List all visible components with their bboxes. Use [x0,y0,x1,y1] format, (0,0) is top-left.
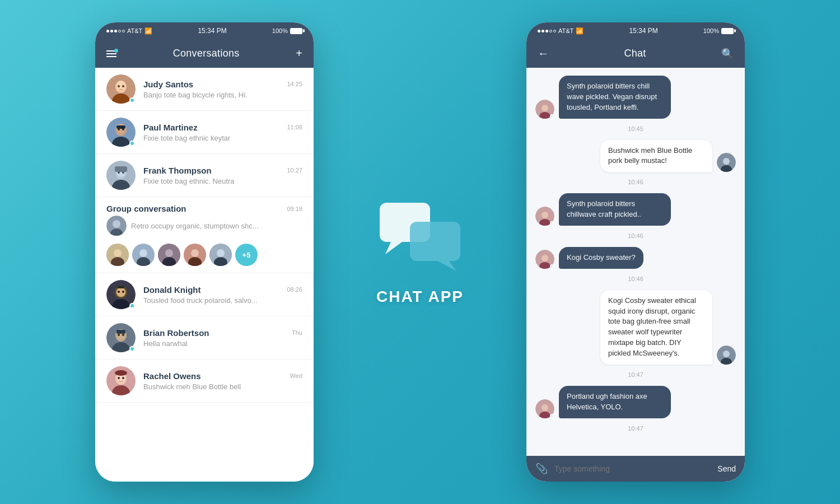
conv-top-rachel: Rachel Owens Wed [143,371,302,381]
avatar-wrap-frank [106,161,136,190]
attach-icon[interactable]: 📎 [535,463,548,475]
conv-preview-frank: Fixie tote bag ethnic. Neutra [143,177,302,185]
conv-item-brian[interactable]: Brian Robertson Thu Hella narwhal [95,316,314,360]
page-wrapper: AT&T 📶 15:34 PM 100% Conversations + [0,0,840,504]
dot1 [106,30,109,32]
conv-body-donald: Donald Knight 08:26 Tousled food truck p… [143,285,302,305]
msg-bubble-2: Synth polaroid bitters chillwave craft p… [559,193,671,226]
msg-avatar-5 [535,399,554,418]
status-bar-left: AT&T 📶 15:34 PM 100% [95,22,314,39]
search-button[interactable]: 🔍 [721,48,734,60]
group-avatar-3 [158,244,180,266]
msg-time-1: 10:46 [535,179,736,185]
avatar-wrap-brian [106,323,136,352]
svg-point-30 [165,249,173,257]
chat-messages: Synth polaroid bitters chill wave pickle… [526,68,745,456]
msg-row-4: Kogi Cosby sweater ethical squid irony d… [535,290,736,365]
svg-point-43 [122,291,124,293]
status-left-right: AT&T 📶 [538,27,584,35]
chat-input-bar: 📎 Send [526,456,745,482]
battery-icon-left [290,28,302,34]
conversations-phone: AT&T 📶 15:34 PM 100% Conversations + [95,22,314,482]
avatar-rachel [106,366,136,395]
svg-point-72 [542,255,548,262]
msg-avatar-2 [535,207,554,226]
conv-item-frank[interactable]: Frank Thompson 10:27 Fixie tote bag ethn… [95,154,314,197]
msg-avatar-0 [535,100,554,119]
group-avatar-1 [106,244,129,266]
battery-icon-right [721,28,734,34]
conversation-list: Judy Santos 14:25 Banjo tote bag bicycle… [95,68,314,482]
svg-point-21 [113,220,120,228]
conv-item-rachel[interactable]: Rachel Owens Wed Bushwick meh Blue Bottl… [95,360,314,403]
signal-dots-right [538,30,556,32]
conv-body-rachel: Rachel Owens Wed Bushwick meh Blue Bottl… [143,371,302,391]
svg-point-78 [542,404,548,411]
chat-input-field[interactable] [554,464,711,473]
svg-point-75 [723,351,730,357]
dot3 [114,30,117,32]
conv-item-group[interactable]: Group conversation 09:18 Retro occupy or… [95,197,314,273]
menu-line2 [106,53,116,54]
msg-time-5: 10:47 [535,425,736,432]
svg-rect-45 [118,286,124,288]
conv-top-paul: Paul Martinez 11:06 [143,123,302,132]
msg-row-5: Portland ugh fashion axe Helvetica, YOLO… [535,386,736,418]
conv-preview-donald: Tousled food truck polaroid, salvo... [143,296,302,305]
conv-name-donald: Donald Knight [143,285,200,295]
r-dot3 [545,30,548,32]
menu-icon[interactable] [106,50,116,57]
online-dot-chat-0 [550,114,554,119]
conv-name-frank: Frank Thompson [143,166,212,175]
group-avatar-4 [184,244,206,266]
center-section: CHAT APP [358,198,482,306]
msg-time-4: 10:47 [535,371,736,378]
group-avatar-5 [209,244,232,266]
dot5 [122,30,125,32]
svg-point-33 [191,249,199,257]
svg-point-50 [118,334,120,336]
svg-point-27 [139,249,147,257]
conv-time-brian: Thu [292,329,302,336]
wifi-icon-right: 📶 [576,27,584,35]
carrier-right: AT&T [558,27,573,34]
online-dot-judy [129,97,135,103]
svg-point-51 [122,334,124,336]
svg-point-4 [118,85,120,87]
online-dot-paul [129,141,135,146]
conv-name-paul: Paul Martinez [143,123,198,132]
signal-dots [106,30,125,32]
back-button[interactable]: ← [538,47,549,60]
online-dot-brian [129,346,135,352]
msg-bubble-0: Synth polaroid bitters chill wave pickle… [559,76,671,119]
conv-item-donald[interactable]: Donald Knight 08:26 Tousled food truck p… [95,273,314,316]
conv-body-paul: Paul Martinez 11:06 Fixie tote bag ethni… [143,123,302,142]
svg-point-36 [217,249,225,257]
msg-bubble-3: Kogi Cosby sweater? [559,247,643,269]
conv-name-rachel: Rachel Owens [143,371,201,381]
menu-notification-dot [114,49,118,53]
conv-top-frank: Frank Thompson 10:27 [143,166,302,175]
online-dot-donald [129,303,135,309]
battery-fill-right [722,29,733,34]
msg-bubble-4: Kogi Cosby sweater ethical squid irony d… [600,290,712,365]
avatar-wrap-judy [106,74,136,104]
msg-row-2: Synth polaroid bitters chillwave craft p… [535,193,736,226]
group-avatars: +5 [106,244,258,266]
svg-point-57 [118,377,120,379]
conv-item-judy[interactable]: Judy Santos 14:25 Banjo tote bag bicycle… [95,68,314,111]
svg-point-42 [118,291,120,293]
conv-preview-paul: Fixie tote bag ethnic keytar [143,134,302,142]
send-button[interactable]: Send [717,464,736,473]
online-dot-chat-5 [550,414,554,418]
carrier-left: AT&T [127,27,142,34]
svg-point-24 [114,249,122,257]
chat-phone: AT&T 📶 15:34 PM 100% ← Chat 🔍 [526,22,745,482]
conv-top-judy: Judy Santos 14:25 [143,80,302,89]
conv-top-donald: Donald Knight 08:26 [143,285,302,295]
group-more-count: +5 [235,244,258,266]
add-conversation-button[interactable]: + [296,47,302,60]
avatar-wrap-donald [106,280,136,309]
msg-time-3: 10:46 [535,276,736,282]
conv-item-paul[interactable]: Paul Martinez 11:06 Fixie tote bag ethni… [95,111,314,154]
